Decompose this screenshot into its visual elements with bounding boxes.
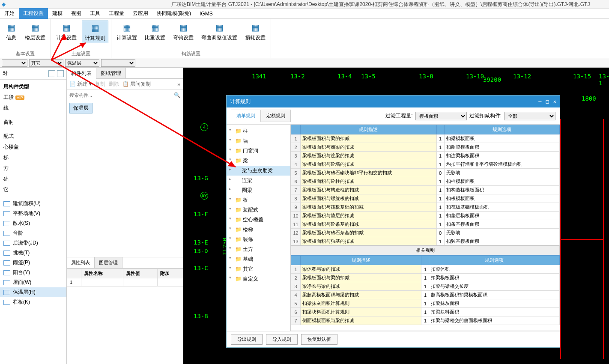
tab-list-rules[interactable]: 清单规则 xyxy=(231,110,261,122)
tree-item[interactable]: 📁其它 xyxy=(227,264,290,274)
subtype-item[interactable]: 阳台(Y) xyxy=(0,268,66,277)
table-row[interactable]: 7梁模板面积与构造柱的扣减1扣构造柱模板面积 xyxy=(291,186,560,194)
subtype-item[interactable]: 栏板(K) xyxy=(0,297,66,307)
table-row[interactable]: 12梁模板面积与砖石条基的扣减0无影响 xyxy=(291,229,560,237)
table-row[interactable]: 10梁模板面积与垫层的扣减1扣垫层模板面积 xyxy=(291,212,560,220)
tree-item[interactable]: 📁装修 xyxy=(227,235,290,245)
tree-item[interactable]: 📁墙 xyxy=(227,136,290,146)
search-input[interactable] xyxy=(69,92,174,98)
table-row[interactable]: 3梁模板面积与连梁的扣减1扣连梁模板面积 xyxy=(291,152,560,160)
table-row[interactable]: 9梁模板面积与筏板基础的扣减1扣筏板基础模板面积 xyxy=(291,203,560,212)
subtype-item[interactable]: 散水(S) xyxy=(0,218,66,228)
subtype-item[interactable]: 台阶 xyxy=(0,228,66,238)
tree-item[interactable]: 连梁 xyxy=(227,176,290,185)
table-row[interactable]: 5梁模板面积与砖石砌块墙非平行相交的扣减0无影响 xyxy=(291,169,560,177)
more-icon[interactable]: » xyxy=(177,81,180,87)
menu-tab-2[interactable]: 建模 xyxy=(48,8,67,19)
delete-button[interactable]: 删除 xyxy=(109,81,119,88)
copy-button[interactable]: 复制 xyxy=(95,81,105,88)
dd-2[interactable]: 其它 xyxy=(29,59,63,67)
tree-item[interactable]: 📁空心楼盖 xyxy=(227,215,290,225)
menu-tab-3[interactable]: 视图 xyxy=(67,8,86,19)
ribbon-btn[interactable]: ▦比重设置 xyxy=(142,21,168,42)
dd-4[interactable] xyxy=(101,59,135,67)
tree-item[interactable]: 📁板 xyxy=(227,195,290,205)
filter1-select[interactable]: 模板面积 xyxy=(415,112,467,120)
type-item[interactable]: 工段VIP xyxy=(0,92,66,103)
filter2-select[interactable]: 全部 xyxy=(504,112,555,120)
type-item[interactable] xyxy=(0,113,66,117)
tree-item[interactable]: 📁门窗洞 xyxy=(227,146,290,156)
ribbon-btn[interactable]: ▦弯曲调整值设置 xyxy=(199,21,240,42)
table-row[interactable]: 13梁模板面积与独基的扣减1扣独基模板面积 xyxy=(291,237,560,246)
import-rules-button[interactable]: 导入规则 xyxy=(266,334,298,345)
tree-item[interactable]: 📁梁 xyxy=(227,156,290,166)
tab-properties[interactable]: 属性列表 xyxy=(67,257,95,268)
table-row[interactable]: 7侧面模板面积与梁的扣减1扣梁与梁相交的侧面模板面积 xyxy=(291,316,560,325)
table-row[interactable]: 6梁模板面积与砼柱的扣减1扣柱模板面积 xyxy=(291,177,560,186)
table-row[interactable]: 8梁模板面积与螺旋板的扣减1扣板模板面积 xyxy=(291,194,560,203)
menu-tab-5[interactable]: 工程量 xyxy=(104,8,128,19)
type-item[interactable]: 心楼盖 xyxy=(0,142,66,152)
ribbon-btn[interactable]: ▦计算设置 xyxy=(54,21,79,43)
dd-1[interactable] xyxy=(2,59,27,67)
tree-item[interactable]: 📁基础 xyxy=(227,254,290,264)
ribbon-btn[interactable]: ▦损耗设置 xyxy=(242,21,268,42)
table-row[interactable]: 5扣梁抹灰面积计算规则1扣梁抹灰面积 xyxy=(291,299,560,308)
table-row[interactable]: 11梁模板面积与砼条基的扣减1扣条基模板面积 xyxy=(291,220,560,229)
view-list-icon[interactable] xyxy=(57,70,64,77)
type-item[interactable]: 配式 xyxy=(0,131,66,142)
type-item[interactable]: 础 xyxy=(0,174,66,185)
minimize-icon[interactable]: — xyxy=(538,98,541,104)
restore-defaults-button[interactable]: 恢复默认值 xyxy=(301,334,337,345)
tree-item[interactable]: 圈梁 xyxy=(227,185,290,195)
type-item[interactable]: 方 xyxy=(0,163,66,174)
new-button[interactable]: 📄 新建 ▾ xyxy=(69,81,92,88)
layer-copy-button[interactable]: 📋 层间复制 xyxy=(122,81,151,88)
type-item[interactable] xyxy=(0,128,66,131)
menu-tab-6[interactable]: 云应用 xyxy=(128,8,152,19)
ribbon-btn[interactable]: ▦计算规则 xyxy=(82,21,108,43)
export-rules-button[interactable]: 导出规则 xyxy=(231,334,263,345)
menu-tab-4[interactable]: 工具 xyxy=(86,8,104,19)
subtype-item[interactable]: 屋面(W) xyxy=(0,277,66,287)
table-row[interactable]: 1梁体积与梁的扣减1扣梁体积 xyxy=(291,265,560,274)
subtype-item[interactable]: 雨篷(P) xyxy=(0,258,66,268)
subtype-item[interactable]: 保温层(H) xyxy=(0,287,66,297)
tree-item[interactable]: 📁柱 xyxy=(227,126,290,136)
table-row[interactable]: 1梁模板面积与梁的扣减1扣梁模板面积 xyxy=(291,134,560,143)
tree-item[interactable]: 📁自定义 xyxy=(227,274,290,284)
subtype-item[interactable]: 平整场地(V) xyxy=(0,209,66,218)
table-row[interactable]: 4梁模板面积与砼墙的扣减1均扣平行墙和非平行墙砼墙模板面积 xyxy=(291,160,560,169)
table-row[interactable]: 4梁超高模板面积与梁的扣减1超高模板面积扣梁模板面积 xyxy=(291,291,560,299)
menu-tab-7[interactable]: 协同建模(限免) xyxy=(152,8,195,19)
menu-tab-0[interactable]: 开始 xyxy=(0,8,19,19)
component-item[interactable]: 保温层 xyxy=(69,103,93,113)
subtype-item[interactable]: 后浇带(JD) xyxy=(0,238,66,248)
type-item[interactable]: 它 xyxy=(0,185,66,195)
tree-item[interactable]: 📁楼梯 xyxy=(227,225,290,235)
table-row[interactable]: 2梁模板面积与梁的扣减1扣梁模板面积 xyxy=(291,274,560,282)
table-row[interactable]: 6扣梁块料面积计算规则1扣梁块料面积 xyxy=(291,308,560,316)
menu-tab-8[interactable]: IGMS xyxy=(195,9,217,18)
close-icon[interactable]: ✕ xyxy=(553,98,556,104)
tab-drawing-mgmt[interactable]: 图纸管理 xyxy=(96,68,126,78)
tab-quota-rules[interactable]: 定额规则 xyxy=(261,110,291,122)
tree-item[interactable]: 📁土方 xyxy=(227,245,290,254)
view-tile-icon[interactable] xyxy=(48,70,55,77)
type-item[interactable]: 窗洞 xyxy=(0,117,66,128)
subtype-item[interactable]: 挑檐(T) xyxy=(0,248,66,258)
dialog-titlebar[interactable]: 计算规则 — □ ✕ xyxy=(227,95,560,107)
ribbon-btn[interactable]: ▦信息 xyxy=(3,21,20,42)
tree-item[interactable]: 梁与主次肋梁 xyxy=(227,166,290,176)
type-item[interactable]: 线 xyxy=(0,103,66,113)
subtype-item[interactable]: 建筑面积(U) xyxy=(0,199,66,209)
tab-component-list[interactable]: 构件列表 xyxy=(67,68,96,79)
menu-tab-1[interactable]: 工程设置 xyxy=(19,8,48,19)
table-row[interactable]: 3梁净长与梁的扣减1扣梁与梁相交长度 xyxy=(291,282,560,291)
type-item[interactable]: 梯 xyxy=(0,152,66,163)
maximize-icon[interactable]: □ xyxy=(546,98,549,104)
tree-item[interactable]: 📁装配式 xyxy=(227,205,290,215)
ribbon-btn[interactable]: ▦弯钩设置 xyxy=(170,21,196,42)
table-row[interactable]: 2梁模板面积与圈梁的扣减1扣圈梁模板面积 xyxy=(291,143,560,152)
